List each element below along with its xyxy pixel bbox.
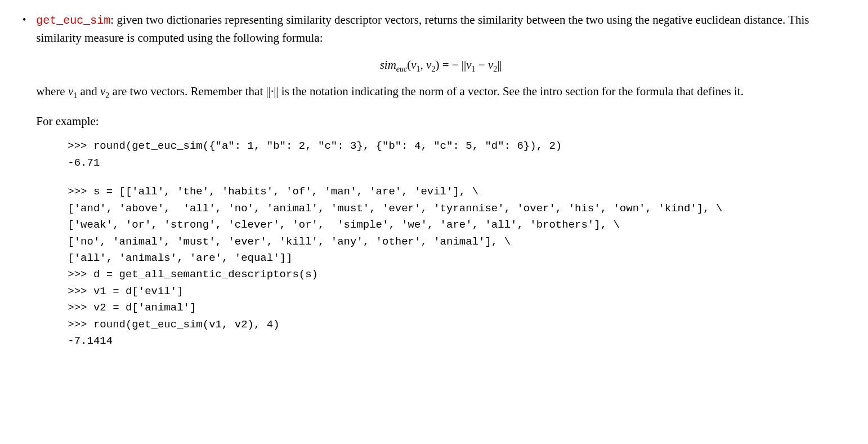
formula-v2: v (426, 58, 431, 72)
formula-sub-euc: euc (396, 65, 407, 73)
formula-rv2: v (488, 58, 493, 72)
description-text-1: : given two dictionaries representing si… (36, 13, 809, 45)
example-label: For example: (36, 113, 845, 131)
code-example-2: >>> s = [['all', 'the', 'habits', 'of', … (36, 184, 845, 349)
desc2-b: and (77, 85, 100, 98)
code-example-1: >>> round(get_euc_sim({"a": 1, "b": 2, "… (36, 138, 845, 171)
desc2-a: where (36, 85, 68, 98)
description-paragraph-2: where v1 and v2 are two vectors. Remembe… (36, 83, 845, 101)
function-name: get_euc_sim (36, 14, 110, 27)
formula-norm-close: || (497, 58, 502, 72)
bullet-list-item: • get_euc_sim: given two dictionaries re… (23, 11, 845, 352)
formula-rparen-eq: ) = − || (435, 58, 466, 72)
formula: simeuc(v1, v2) = − ||v1 − v2|| (36, 56, 845, 75)
formula-v1: v (411, 58, 416, 72)
desc2-v1: v (68, 85, 73, 98)
formula-minus: − (476, 58, 488, 72)
description-paragraph-1: get_euc_sim: given two dictionaries repr… (36, 11, 845, 47)
formula-v1-sub: 1 (417, 65, 420, 73)
bullet-marker: • (23, 11, 26, 29)
formula-rv1-sub: 1 (472, 65, 476, 73)
desc2-c: are two vectors. Remember that ||·|| is … (109, 85, 744, 98)
code-spacer (36, 174, 845, 184)
formula-rv1: v (466, 58, 471, 72)
desc2-v2: v (100, 85, 105, 98)
formula-lhs1: sim (380, 58, 396, 72)
content-body: get_euc_sim: given two dictionaries repr… (36, 11, 845, 352)
formula-comma: , (420, 58, 427, 72)
